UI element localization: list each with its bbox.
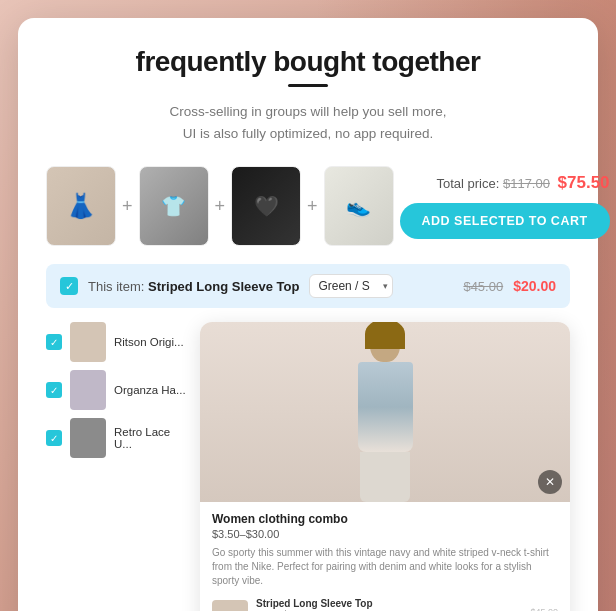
combo-item-name-1: Striped Long Sleeve Top — [256, 598, 519, 609]
check-icon: ✓ — [50, 337, 58, 348]
combo-orig-price-1: $45.00 — [530, 607, 558, 611]
selected-item-row: ✓ This item: Striped Long Sleeve Top Gre… — [46, 264, 570, 308]
model-hair — [365, 322, 405, 349]
list-item-text-3: Retro Lace U... — [114, 426, 186, 450]
list-checkbox-1[interactable]: ✓ — [46, 334, 62, 350]
subtitle-line2: UI is also fully optimized, no app requi… — [183, 126, 434, 141]
model-head — [370, 327, 400, 362]
bottom-panels: ✓ Ritson Origi... ✓ Organza Ha... ✓ Retr… — [46, 322, 570, 611]
check-icon: ✓ — [50, 385, 58, 396]
list-item: ✓ Organza Ha... — [46, 370, 186, 410]
combo-price: $3.50–$30.00 — [212, 528, 558, 540]
list-thumb-3 — [70, 418, 106, 458]
variant-select[interactable]: Green / S Green / M Blue / S — [309, 274, 393, 298]
selected-item-checkbox[interactable]: ✓ — [60, 277, 78, 295]
item-price-sale: $20.00 — [513, 278, 556, 294]
total-price-label: Total price: — [436, 176, 499, 191]
model-body — [358, 362, 413, 452]
price-original: $117.00 — [503, 176, 550, 191]
combo-description: Go sporty this summer with this vintage … — [212, 546, 558, 588]
combo-item-thumb-1 — [212, 600, 248, 611]
add-selected-to-cart-button[interactable]: ADD SELECTED TO CART — [400, 203, 610, 239]
subtitle-line1: Cross-selling in groups will help you se… — [170, 104, 447, 119]
plus-sign-3: + — [307, 196, 318, 217]
price-sale: $75.50 — [558, 173, 610, 192]
model-placeholder — [200, 322, 570, 502]
model-legs — [360, 452, 410, 502]
list-thumb-1 — [70, 322, 106, 362]
products-row: 👗 + 👕 + 🖤 + 👟 Total price: $117.00 $75.5… — [46, 166, 570, 246]
total-price-row: Total price: $117.00 $75.50 — [436, 173, 609, 193]
product-thumb-1: 👗 — [46, 166, 116, 246]
list-checkbox-3[interactable]: ✓ — [46, 430, 62, 446]
combo-item-info-1: Striped Long Sleeve Top Green / S − 0 + — [256, 598, 519, 611]
plus-sign-2: + — [215, 196, 226, 217]
combo-item-price-1: $45.00 $20.00 — [527, 607, 558, 611]
list-item: ✓ Ritson Origi... — [46, 322, 186, 362]
item-price-original: $45.00 — [463, 279, 503, 294]
right-panel-info: Women clothing combo $3.50–$30.00 Go spo… — [200, 502, 570, 611]
product-thumb-2: 👕 — [139, 166, 209, 246]
plus-sign-1: + — [122, 196, 133, 217]
model-image-area: ✕ — [200, 322, 570, 502]
title-underline — [288, 84, 328, 87]
selected-item-label: This item: Striped Long Sleeve Top — [88, 279, 299, 294]
list-item: ✓ Retro Lace U... — [46, 418, 186, 458]
left-list: ✓ Ritson Origi... ✓ Organza Ha... ✓ Retr… — [46, 322, 186, 611]
product-thumb-4: 👟 — [324, 166, 394, 246]
check-icon: ✓ — [65, 280, 74, 293]
price-cart-section: Total price: $117.00 $75.50 ADD SELECTED… — [400, 173, 610, 239]
right-panel-card: ✕ Women clothing combo $3.50–$30.00 Go s… — [200, 322, 570, 611]
this-item-text: This item: — [88, 279, 144, 294]
variant-select-wrapper[interactable]: Green / S Green / M Blue / S ▾ — [309, 274, 393, 298]
combo-item-row: Striped Long Sleeve Top Green / S − 0 + … — [212, 598, 558, 611]
combo-items-list: Striped Long Sleeve Top Green / S − 0 + … — [212, 598, 558, 611]
main-card: frequently bought together Cross-selling… — [18, 18, 598, 611]
product-thumb-3: 🖤 — [231, 166, 301, 246]
subtitle: Cross-selling in groups will help you se… — [46, 101, 570, 144]
list-checkbox-2[interactable]: ✓ — [46, 382, 62, 398]
list-thumb-2 — [70, 370, 106, 410]
list-item-text-1: Ritson Origi... — [114, 336, 186, 348]
model-figure — [335, 327, 435, 497]
close-button[interactable]: ✕ — [538, 470, 562, 494]
combo-title: Women clothing combo — [212, 512, 558, 526]
selected-item-name: Striped Long Sleeve Top — [148, 279, 299, 294]
check-icon: ✓ — [50, 433, 58, 444]
list-item-text-2: Organza Ha... — [114, 384, 186, 396]
page-title: frequently bought together — [46, 46, 570, 78]
